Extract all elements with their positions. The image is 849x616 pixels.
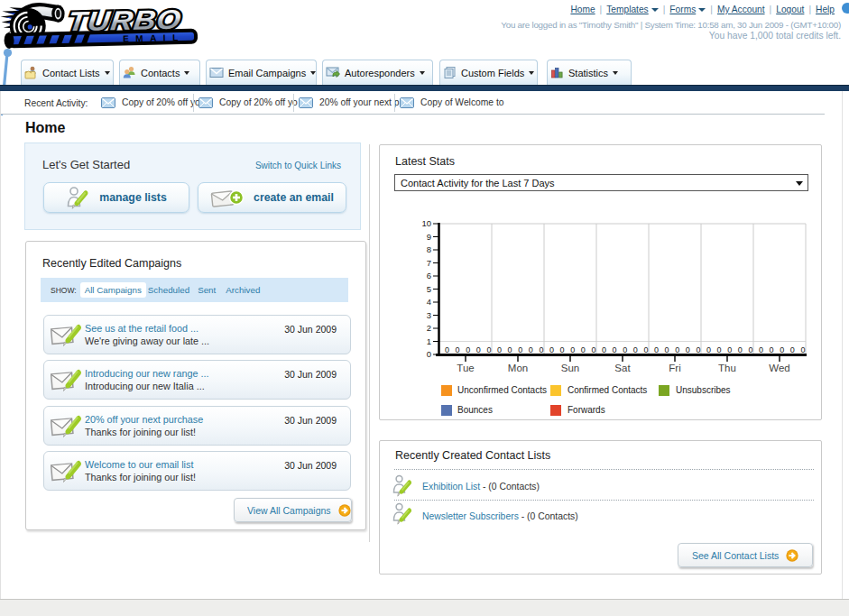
svg-text:Thu: Thu: [718, 363, 736, 373]
svg-text:Sun: Sun: [561, 363, 579, 373]
svg-text:Mon: Mon: [508, 363, 528, 373]
svg-text:0: 0: [780, 345, 784, 354]
svg-text:0: 0: [466, 345, 470, 354]
svg-text:0: 0: [539, 345, 543, 354]
svg-text:0: 0: [602, 345, 606, 354]
svg-text:0: 0: [748, 345, 752, 354]
svg-text:0: 0: [790, 345, 795, 354]
svg-text:7: 7: [427, 258, 431, 268]
svg-text:0: 0: [427, 349, 431, 359]
svg-text:0: 0: [738, 345, 743, 354]
svg-text:Sat: Sat: [614, 363, 631, 373]
svg-text:1: 1: [427, 336, 431, 346]
svg-text:0: 0: [591, 345, 595, 354]
svg-text:TURBO: TURBO: [66, 5, 183, 37]
svg-text:0: 0: [497, 345, 502, 354]
svg-text:0: 0: [633, 345, 638, 354]
svg-text:Tue: Tue: [457, 363, 474, 373]
svg-text:0: 0: [518, 345, 522, 354]
svg-text:0: 0: [486, 345, 491, 354]
svg-text:Wed: Wed: [769, 363, 789, 373]
svg-text:0: 0: [456, 345, 460, 354]
svg-text:0: 0: [770, 345, 774, 354]
svg-text:0: 0: [800, 345, 805, 354]
svg-text:0: 0: [560, 345, 565, 354]
svg-text:0: 0: [665, 345, 669, 354]
svg-text:0: 0: [759, 345, 763, 354]
svg-text:0: 0: [445, 345, 449, 354]
svg-text:5: 5: [427, 284, 431, 294]
svg-text:0: 0: [476, 345, 481, 354]
svg-text:0: 0: [581, 345, 586, 354]
svg-text:10: 10: [421, 218, 431, 228]
svg-text:0: 0: [549, 345, 554, 354]
svg-text:0: 0: [696, 345, 700, 354]
svg-text:0: 0: [508, 345, 512, 354]
svg-text:0: 0: [706, 345, 711, 354]
svg-text:Fri: Fri: [669, 363, 680, 373]
svg-text:0: 0: [623, 345, 627, 354]
svg-text:0: 0: [675, 345, 679, 354]
svg-text:9: 9: [427, 232, 431, 242]
svg-text:0: 0: [654, 345, 659, 354]
svg-text:0: 0: [613, 345, 617, 354]
svg-text:2: 2: [427, 323, 431, 333]
svg-text:8: 8: [427, 244, 431, 254]
svg-text:0: 0: [643, 345, 648, 354]
svg-text:6: 6: [427, 271, 431, 280]
svg-text:0: 0: [717, 345, 722, 354]
svg-text:0: 0: [727, 345, 732, 354]
svg-text:0: 0: [686, 345, 690, 354]
svg-text:4: 4: [427, 297, 431, 307]
svg-text:3: 3: [427, 310, 431, 320]
svg-text:0: 0: [529, 345, 533, 354]
svg-text:0: 0: [570, 345, 575, 354]
